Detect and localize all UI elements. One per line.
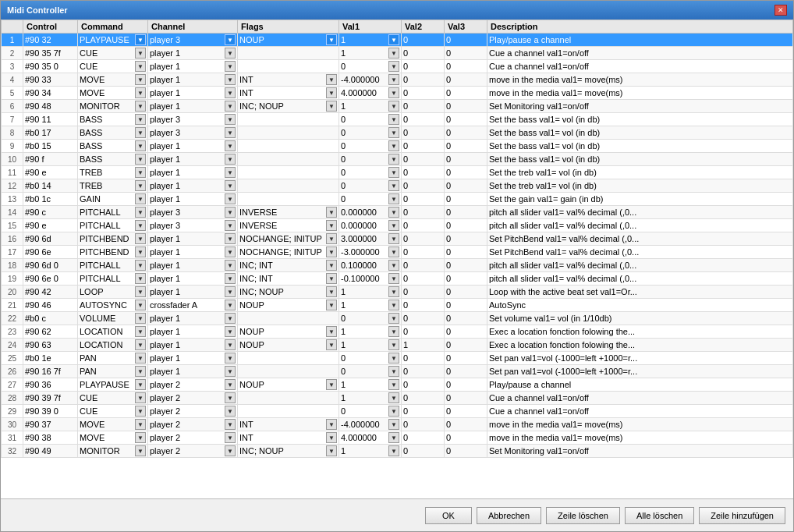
val1-dropdown-arrow[interactable]: ▼ xyxy=(388,207,399,218)
channel-dropdown-arrow[interactable]: ▼ xyxy=(225,127,236,138)
channel-dropdown-arrow[interactable]: ▼ xyxy=(225,34,236,45)
table-row[interactable]: 18#90 6d 0PITCHALL▼player 1▼INC; INT▼0.1… xyxy=(2,259,793,272)
flags-dropdown-arrow[interactable]: ▼ xyxy=(326,432,337,443)
command-dropdown-arrow[interactable]: ▼ xyxy=(135,114,146,125)
val1-dropdown-arrow[interactable]: ▼ xyxy=(388,300,399,310)
flags-dropdown-arrow[interactable]: ▼ xyxy=(326,74,337,85)
command-dropdown-arrow[interactable]: ▼ xyxy=(135,193,146,204)
table-row[interactable]: 2#90 35 7fCUE▼player 1▼1▼00Cue a channel… xyxy=(2,47,793,60)
channel-dropdown-arrow[interactable]: ▼ xyxy=(225,313,236,324)
flags-dropdown-arrow[interactable]: ▼ xyxy=(326,286,337,297)
val1-dropdown-arrow[interactable]: ▼ xyxy=(388,61,399,72)
table-row[interactable]: 22#b0 cVOLUME▼player 1▼0▼00Set volume va… xyxy=(2,312,793,325)
delete-all-button[interactable]: Alle löschen xyxy=(625,507,694,524)
flags-dropdown-arrow[interactable]: ▼ xyxy=(326,445,337,456)
command-dropdown-arrow[interactable]: ▼ xyxy=(135,48,146,59)
val1-dropdown-arrow[interactable]: ▼ xyxy=(388,432,399,443)
val1-dropdown-arrow[interactable]: ▼ xyxy=(388,167,399,178)
cancel-button[interactable]: Abbrechen xyxy=(477,507,541,524)
table-row[interactable]: 6#90 48MONITOR▼player 1▼INC; NOUP▼1▼00Se… xyxy=(2,100,793,113)
channel-dropdown-arrow[interactable]: ▼ xyxy=(225,207,236,218)
table-row[interactable]: 23#90 62LOCATION▼player 1▼NOUP▼1▼00Exec … xyxy=(2,325,793,339)
channel-dropdown-arrow[interactable]: ▼ xyxy=(225,445,236,456)
channel-dropdown-arrow[interactable]: ▼ xyxy=(225,61,236,72)
flags-dropdown-arrow[interactable]: ▼ xyxy=(326,379,337,390)
table-container[interactable]: Control Command Channel Flags Val1 Val2 … xyxy=(1,20,793,498)
command-dropdown-arrow[interactable]: ▼ xyxy=(135,207,146,218)
table-row[interactable]: 28#90 39 7fCUE▼player 2▼1▼00Cue a channe… xyxy=(2,392,793,405)
val1-dropdown-arrow[interactable]: ▼ xyxy=(388,140,399,151)
channel-dropdown-arrow[interactable]: ▼ xyxy=(225,353,236,364)
val1-dropdown-arrow[interactable]: ▼ xyxy=(388,286,399,297)
command-dropdown-arrow[interactable]: ▼ xyxy=(135,140,146,151)
command-dropdown-arrow[interactable]: ▼ xyxy=(135,74,146,85)
command-dropdown-arrow[interactable]: ▼ xyxy=(135,260,146,271)
table-row[interactable]: 16#90 6dPITCHBEND▼player 1▼NOCHANGE; INI… xyxy=(2,232,793,246)
table-row[interactable]: 29#90 39 0CUE▼player 2▼0▼00Cue a channel… xyxy=(2,405,793,418)
val1-dropdown-arrow[interactable]: ▼ xyxy=(388,74,399,85)
channel-dropdown-arrow[interactable]: ▼ xyxy=(225,74,236,85)
val1-dropdown-arrow[interactable]: ▼ xyxy=(388,406,399,417)
val1-dropdown-arrow[interactable]: ▼ xyxy=(388,339,399,350)
table-row[interactable]: 17#90 6ePITCHBEND▼player 1▼NOCHANGE; INI… xyxy=(2,246,793,259)
command-dropdown-arrow[interactable]: ▼ xyxy=(135,445,146,456)
flags-dropdown-arrow[interactable]: ▼ xyxy=(326,87,337,98)
flags-dropdown-arrow[interactable]: ▼ xyxy=(326,339,337,350)
command-dropdown-arrow[interactable]: ▼ xyxy=(135,127,146,138)
val1-dropdown-arrow[interactable]: ▼ xyxy=(388,233,399,244)
channel-dropdown-arrow[interactable]: ▼ xyxy=(225,101,236,112)
val1-dropdown-arrow[interactable]: ▼ xyxy=(388,101,399,112)
command-dropdown-arrow[interactable]: ▼ xyxy=(135,326,146,337)
channel-dropdown-arrow[interactable]: ▼ xyxy=(225,167,236,178)
table-row[interactable]: 14#90 cPITCHALL▼player 3▼INVERSE▼0.00000… xyxy=(2,206,793,219)
table-row[interactable]: 4#90 33MOVE▼player 1▼INT▼-4.000000▼00mov… xyxy=(2,73,793,87)
val1-dropdown-arrow[interactable]: ▼ xyxy=(388,48,399,59)
channel-dropdown-arrow[interactable]: ▼ xyxy=(225,432,236,443)
val1-dropdown-arrow[interactable]: ▼ xyxy=(388,127,399,138)
table-row[interactable]: 11#90 eTREB▼player 1▼0▼00Set the treb va… xyxy=(2,166,793,179)
add-row-button[interactable]: Zeile hinzufügen xyxy=(699,507,785,524)
val1-dropdown-arrow[interactable]: ▼ xyxy=(388,313,399,324)
channel-dropdown-arrow[interactable]: ▼ xyxy=(225,339,236,350)
val1-dropdown-arrow[interactable]: ▼ xyxy=(388,180,399,191)
command-dropdown-arrow[interactable]: ▼ xyxy=(135,419,146,430)
channel-dropdown-arrow[interactable]: ▼ xyxy=(225,286,236,297)
delete-row-button[interactable]: Zeile löschen xyxy=(546,507,620,524)
command-dropdown-arrow[interactable]: ▼ xyxy=(135,246,146,257)
val1-dropdown-arrow[interactable]: ▼ xyxy=(388,379,399,390)
command-dropdown-arrow[interactable]: ▼ xyxy=(135,353,146,364)
command-dropdown-arrow[interactable]: ▼ xyxy=(135,300,146,310)
flags-dropdown-arrow[interactable]: ▼ xyxy=(326,233,337,244)
table-row[interactable]: 7#90 11BASS▼player 3▼0▼00Set the bass va… xyxy=(2,113,793,126)
table-row[interactable]: 24#90 63LOCATION▼player 1▼NOUP▼1▼10Exec … xyxy=(2,339,793,352)
val1-dropdown-arrow[interactable]: ▼ xyxy=(388,260,399,271)
channel-dropdown-arrow[interactable]: ▼ xyxy=(225,326,236,337)
channel-dropdown-arrow[interactable]: ▼ xyxy=(225,260,236,271)
command-dropdown-arrow[interactable]: ▼ xyxy=(135,233,146,244)
close-button[interactable]: ✕ xyxy=(775,5,787,16)
command-dropdown-arrow[interactable]: ▼ xyxy=(135,406,146,417)
channel-dropdown-arrow[interactable]: ▼ xyxy=(225,140,236,151)
ok-button[interactable]: OK xyxy=(425,507,472,524)
channel-dropdown-arrow[interactable]: ▼ xyxy=(225,193,236,204)
command-dropdown-arrow[interactable]: ▼ xyxy=(135,101,146,112)
table-row[interactable]: 5#90 34MOVE▼player 1▼INT▼4.000000▼00move… xyxy=(2,87,793,100)
val1-dropdown-arrow[interactable]: ▼ xyxy=(388,392,399,403)
command-dropdown-arrow[interactable]: ▼ xyxy=(135,167,146,178)
flags-dropdown-arrow[interactable]: ▼ xyxy=(326,273,337,284)
flags-dropdown-arrow[interactable]: ▼ xyxy=(326,207,337,218)
table-row[interactable]: 25#b0 1ePAN▼player 1▼0▼00Set pan val1=vo… xyxy=(2,352,793,365)
val1-dropdown-arrow[interactable]: ▼ xyxy=(388,353,399,364)
channel-dropdown-arrow[interactable]: ▼ xyxy=(225,246,236,257)
channel-dropdown-arrow[interactable]: ▼ xyxy=(225,419,236,430)
val1-dropdown-arrow[interactable]: ▼ xyxy=(388,366,399,377)
table-row[interactable]: 31#90 38MOVE▼player 2▼INT▼4.000000▼00mov… xyxy=(2,431,793,445)
table-row[interactable]: 13#b0 1cGAIN▼player 1▼0▼00Set the gain v… xyxy=(2,193,793,206)
val1-dropdown-arrow[interactable]: ▼ xyxy=(388,114,399,125)
table-row[interactable]: 3#90 35 0CUE▼player 1▼0▼00Cue a channel … xyxy=(2,60,793,73)
channel-dropdown-arrow[interactable]: ▼ xyxy=(225,406,236,417)
flags-dropdown-arrow[interactable]: ▼ xyxy=(326,246,337,257)
table-row[interactable]: 20#90 42LOOP▼player 1▼INC; NOUP▼1▼00Loop… xyxy=(2,286,793,299)
table-row[interactable]: 26#90 16 7fPAN▼player 1▼0▼00Set pan val1… xyxy=(2,365,793,378)
table-row[interactable]: 1#90 32PLAYPAUSE▼player 3▼NOUP▼1▼00Play/… xyxy=(2,34,793,47)
